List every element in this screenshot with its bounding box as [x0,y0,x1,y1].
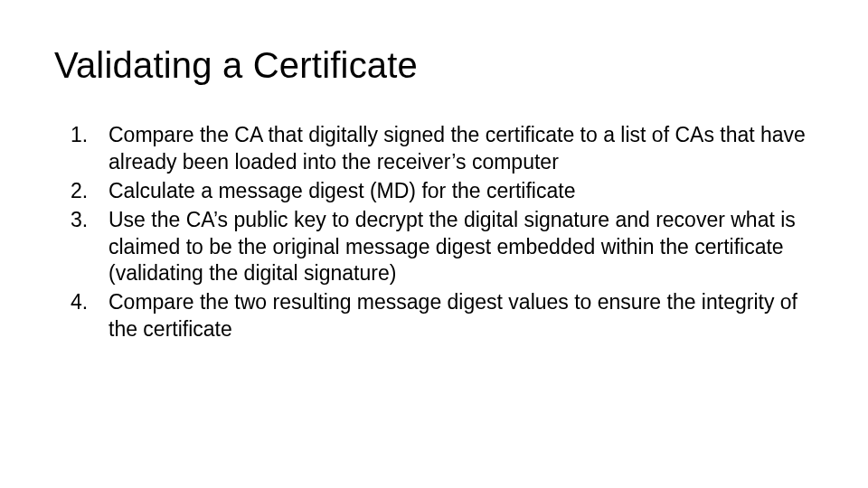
slide-title: Validating a Certificate [54,45,814,86]
list-item: Use the CA’s public key to decrypt the d… [54,207,814,288]
list-item: Compare the two resulting message digest… [54,289,814,343]
list-item: Calculate a message digest (MD) for the … [54,178,814,205]
list-item: Compare the CA that digitally signed the… [54,122,814,176]
numbered-list: Compare the CA that digitally signed the… [54,122,814,343]
